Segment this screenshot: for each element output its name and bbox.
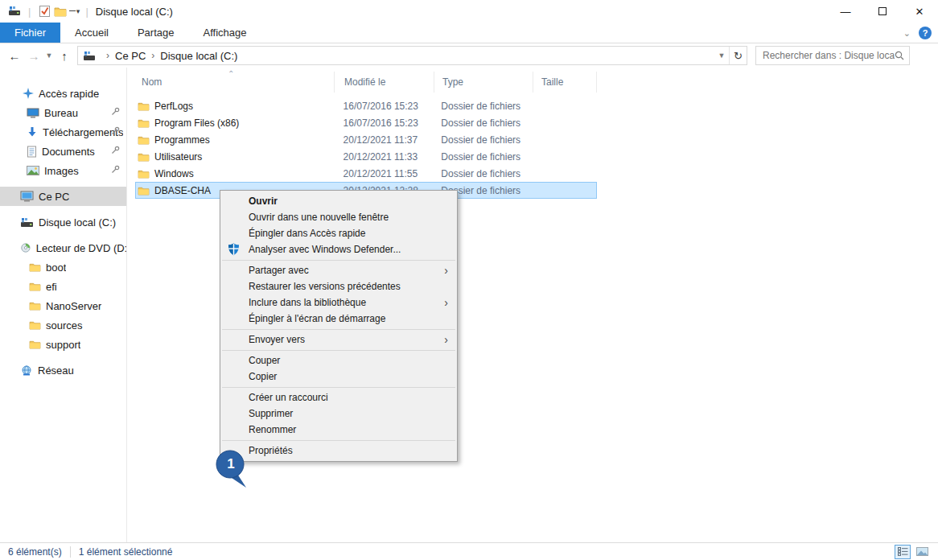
address-dropdown-chevron-icon[interactable]: ▼ (714, 51, 729, 60)
breadcrumb-chevron-icon: › (146, 50, 160, 61)
sidebar-item-lecteur-dvd-d[interactable]: Lecteur de DVD (D:) S (0, 238, 126, 257)
pictures-icon (27, 166, 39, 175)
title-bar: | ▾ | Disque local (C:) — ✕ (0, 0, 938, 23)
qat-customize-dropdown[interactable]: ▾ (68, 3, 80, 19)
menu-item-partager-avec[interactable]: Partager avec › (220, 262, 457, 278)
window-title: Disque local (C:) (96, 6, 173, 18)
menu-item-analyser-windows-defender[interactable]: Analyser avec Windows Defender... (220, 241, 457, 257)
refresh-icon[interactable]: ↻ (729, 47, 747, 64)
file-row-program-files-x86[interactable]: Program Files (x86) 16/07/2016 15:23 Dos… (135, 114, 597, 131)
qat-new-folder-button[interactable] (52, 3, 68, 19)
folder-icon (29, 320, 41, 330)
menu-item-ouvrir[interactable]: Ouvrir (220, 193, 457, 209)
navigation-pane: Accès rapide Bureau Téléchargements Docu… (0, 68, 127, 542)
downloads-icon (27, 126, 38, 138)
back-button[interactable]: ← (5, 46, 24, 65)
ribbon-tab-bar: Fichier Accueil Partage Affichage ⌄ ? (0, 23, 938, 43)
menu-item-couper[interactable]: Couper (220, 352, 457, 369)
submenu-arrow-icon: › (444, 331, 448, 348)
defender-shield-icon (228, 243, 240, 261)
breadcrumb-disque-local[interactable]: Disque local (C:) (160, 50, 237, 62)
sidebar-item-acces-rapide[interactable]: Accès rapide (0, 84, 126, 103)
recent-locations-chevron-icon[interactable]: ▼ (43, 46, 55, 65)
annotation-step-badge: 1 (213, 447, 249, 491)
menu-item-envoyer-vers[interactable]: Envoyer vers › (220, 331, 457, 348)
sidebar-item-ce-pc[interactable]: Ce PC (0, 187, 126, 206)
sidebar-item-support[interactable]: support (0, 335, 126, 354)
network-icon (20, 365, 33, 376)
hard-drive-icon (20, 217, 34, 228)
menu-item-ouvrir-nouvelle-fenetre[interactable]: Ouvrir dans une nouvelle fenêtre (220, 209, 457, 225)
search-icon[interactable] (895, 51, 904, 60)
minimize-button[interactable]: — (827, 0, 864, 23)
menu-item-epingler-acces-rapide[interactable]: Épingler dans Accès rapide (220, 225, 457, 241)
submenu-arrow-icon: › (444, 294, 448, 311)
file-row-windows[interactable]: Windows 20/12/2021 11:55 Dossier de fich… (135, 165, 597, 182)
sidebar-item-boot[interactable]: boot (0, 257, 126, 277)
menu-item-renommer[interactable]: Renommer (220, 422, 457, 438)
menu-item-creer-raccourci[interactable]: Créer un raccourci (220, 389, 457, 406)
qat-properties-button[interactable] (36, 3, 52, 19)
details-view-button[interactable] (895, 545, 911, 559)
column-headers: Nom Modifié le Type Taille (135, 72, 938, 93)
sidebar-item-telechargements[interactable]: Téléchargements (0, 122, 126, 142)
sidebar-item-reseau[interactable]: Réseau (0, 360, 126, 380)
thumbnails-view-icon (916, 547, 928, 556)
tab-affichage[interactable]: Affichage (188, 23, 261, 43)
pin-icon (111, 165, 120, 174)
step-number: 1 (224, 456, 238, 472)
context-menu: Ouvrir Ouvrir dans une nouvelle fenêtre … (220, 190, 458, 462)
breadcrumb-ce-pc[interactable]: Ce PC (115, 50, 146, 62)
quick-access-star-icon (23, 88, 34, 99)
status-bar: 6 élément(s) 1 élément sélectionné (0, 542, 938, 560)
selection-count: 1 élément sélectionné (79, 546, 173, 558)
forward-button[interactable]: → (24, 46, 43, 65)
help-icon[interactable]: ? (919, 27, 932, 39)
menu-separator (222, 440, 455, 441)
qat-separator: | (28, 6, 31, 18)
column-header-nom[interactable]: Nom (135, 72, 335, 93)
tab-partage[interactable]: Partage (123, 23, 189, 43)
file-row-utilisateurs[interactable]: Utilisateurs 20/12/2021 11:33 Dossier de… (135, 148, 597, 165)
folder-icon (138, 152, 150, 162)
maximize-button[interactable] (864, 0, 901, 23)
title-separator: | (85, 6, 88, 18)
submenu-arrow-icon: › (444, 262, 448, 278)
item-count: 6 élément(s) (8, 546, 62, 558)
up-button[interactable]: ↑ (55, 46, 74, 65)
expand-ribbon-chevron-icon[interactable]: ⌄ (903, 28, 911, 39)
search-box[interactable] (755, 46, 910, 65)
folder-icon (29, 301, 41, 311)
sidebar-item-nanoserver[interactable]: NanoServer (0, 296, 126, 315)
sidebar-item-images[interactable]: Images (0, 161, 126, 180)
folder-icon (138, 169, 150, 179)
menu-item-inclure-bibliotheque[interactable]: Inclure dans la bibliothèque › (220, 294, 457, 311)
column-header-modifie-le[interactable]: Modifié le (335, 72, 434, 93)
close-button[interactable]: ✕ (901, 0, 938, 23)
sidebar-item-disque-local-c[interactable]: Disque local (C:) (0, 212, 126, 232)
column-header-type[interactable]: Type (434, 72, 533, 93)
window-drive-icon (6, 3, 23, 19)
tab-accueil[interactable]: Accueil (60, 23, 123, 43)
menu-item-copier[interactable]: Copier (220, 369, 457, 385)
file-row-programmes[interactable]: Programmes 20/12/2021 11:37 Dossier de f… (135, 131, 597, 148)
sidebar-item-documents[interactable]: Documents (0, 142, 126, 161)
menu-item-epingler-ecran-demarrage[interactable]: Épingler à l'écran de démarrage (220, 311, 457, 327)
dvd-drive-icon (20, 242, 31, 253)
menu-item-restaurer-versions[interactable]: Restaurer les versions précédentes (220, 278, 457, 294)
address-bar[interactable]: › Ce PC › Disque local (C:) ▼ ↻ (77, 46, 747, 65)
menu-item-proprietes[interactable]: Propriétés (220, 443, 457, 459)
file-row-perflogs[interactable]: PerfLogs 16/07/2016 15:23 Dossier de fic… (135, 97, 597, 114)
folder-icon (29, 340, 41, 349)
navigation-bar: ← → ▼ ↑ › Ce PC › Disque local (C:) ▼ ↻ (0, 43, 938, 68)
search-input[interactable] (763, 50, 895, 61)
column-header-taille[interactable]: Taille (533, 72, 597, 93)
sidebar-item-bureau[interactable]: Bureau (0, 103, 126, 122)
breadcrumb-drive-icon (83, 51, 96, 61)
sidebar-item-efi[interactable]: efi (0, 277, 126, 296)
tab-fichier[interactable]: Fichier (0, 23, 60, 43)
thumbnails-view-button[interactable] (914, 545, 930, 559)
sidebar-item-sources[interactable]: sources (0, 315, 126, 335)
pin-icon (111, 107, 120, 116)
menu-item-supprimer[interactable]: Supprimer (220, 406, 457, 422)
